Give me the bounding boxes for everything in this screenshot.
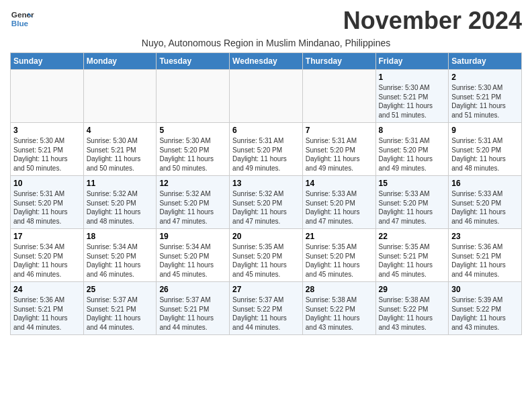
day-number: 22 (379, 232, 446, 241)
day-number: 7 (306, 126, 373, 135)
day-number: 10 (13, 179, 81, 188)
day-info: Sunrise: 5:33 AM Sunset: 5:20 PM Dayligh… (451, 189, 519, 226)
day-number: 14 (306, 179, 373, 188)
day-info: Sunrise: 5:32 AM Sunset: 5:20 PM Dayligh… (232, 189, 300, 226)
day-number: 19 (159, 232, 226, 241)
calendar-day-cell (157, 70, 230, 123)
day-number: 29 (379, 285, 446, 294)
day-info: Sunrise: 5:30 AM Sunset: 5:20 PM Dayligh… (159, 136, 226, 173)
calendar-day-cell: 20Sunrise: 5:35 AM Sunset: 5:20 PM Dayli… (230, 229, 303, 282)
day-number: 1 (379, 73, 446, 82)
day-number: 9 (451, 126, 519, 135)
calendar-day-cell: 19Sunrise: 5:34 AM Sunset: 5:20 PM Dayli… (157, 229, 230, 282)
svg-text:Blue: Blue (11, 19, 29, 28)
day-info: Sunrise: 5:31 AM Sunset: 5:20 PM Dayligh… (232, 136, 300, 173)
weekday-header: Sunday (11, 53, 84, 70)
day-info: Sunrise: 5:36 AM Sunset: 5:21 PM Dayligh… (13, 295, 81, 332)
calendar-day-cell: 9Sunrise: 5:31 AM Sunset: 5:20 PM Daylig… (449, 123, 522, 176)
calendar-day-cell (302, 70, 375, 123)
calendar-day-cell: 6Sunrise: 5:31 AM Sunset: 5:20 PM Daylig… (230, 123, 303, 176)
day-number: 16 (451, 179, 519, 188)
calendar-day-cell: 27Sunrise: 5:37 AM Sunset: 5:22 PM Dayli… (230, 282, 303, 335)
day-number: 27 (232, 285, 300, 294)
calendar-day-cell (230, 70, 303, 123)
calendar-day-cell: 7Sunrise: 5:31 AM Sunset: 5:20 PM Daylig… (302, 123, 375, 176)
weekday-header: Saturday (449, 53, 522, 70)
day-info: Sunrise: 5:37 AM Sunset: 5:21 PM Dayligh… (87, 295, 154, 332)
day-number: 23 (451, 232, 519, 241)
day-number: 28 (306, 285, 373, 294)
calendar-day-cell: 14Sunrise: 5:33 AM Sunset: 5:20 PM Dayli… (302, 176, 375, 229)
day-number: 17 (13, 232, 81, 241)
day-number: 26 (159, 285, 226, 294)
day-info: Sunrise: 5:38 AM Sunset: 5:22 PM Dayligh… (306, 295, 373, 332)
weekday-header: Tuesday (157, 53, 230, 70)
day-info: Sunrise: 5:38 AM Sunset: 5:22 PM Dayligh… (379, 295, 446, 332)
calendar-day-cell: 24Sunrise: 5:36 AM Sunset: 5:21 PM Dayli… (11, 282, 84, 335)
day-info: Sunrise: 5:32 AM Sunset: 5:20 PM Dayligh… (159, 189, 226, 226)
day-info: Sunrise: 5:39 AM Sunset: 5:22 PM Dayligh… (451, 295, 519, 332)
calendar-week-row: 10Sunrise: 5:31 AM Sunset: 5:20 PM Dayli… (11, 176, 522, 229)
day-info: Sunrise: 5:31 AM Sunset: 5:20 PM Dayligh… (451, 136, 519, 173)
calendar-day-cell: 4Sunrise: 5:30 AM Sunset: 5:21 PM Daylig… (83, 123, 157, 176)
calendar-week-row: 24Sunrise: 5:36 AM Sunset: 5:21 PM Dayli… (11, 282, 522, 335)
day-number: 5 (159, 126, 226, 135)
day-info: Sunrise: 5:35 AM Sunset: 5:21 PM Dayligh… (379, 242, 446, 279)
calendar-day-cell: 1Sunrise: 5:30 AM Sunset: 5:21 PM Daylig… (375, 70, 449, 123)
calendar-day-cell: 15Sunrise: 5:33 AM Sunset: 5:20 PM Dayli… (375, 176, 449, 229)
calendar-day-cell: 21Sunrise: 5:35 AM Sunset: 5:20 PM Dayli… (302, 229, 375, 282)
day-info: Sunrise: 5:30 AM Sunset: 5:21 PM Dayligh… (379, 83, 446, 120)
weekday-header: Monday (83, 53, 157, 70)
calendar-day-cell: 22Sunrise: 5:35 AM Sunset: 5:21 PM Dayli… (375, 229, 449, 282)
calendar-day-cell: 18Sunrise: 5:34 AM Sunset: 5:20 PM Dayli… (83, 229, 157, 282)
calendar-week-row: 1Sunrise: 5:30 AM Sunset: 5:21 PM Daylig… (11, 70, 522, 123)
calendar-table: SundayMondayTuesdayWednesdayThursdayFrid… (10, 52, 522, 335)
calendar-day-cell: 11Sunrise: 5:32 AM Sunset: 5:20 PM Dayli… (83, 176, 157, 229)
day-info: Sunrise: 5:37 AM Sunset: 5:21 PM Dayligh… (159, 295, 226, 332)
page-header: General Blue November 2024 (10, 7, 522, 35)
page-subtitle: Nuyo, Autonomous Region in Muslim Mindan… (10, 38, 522, 48)
calendar-day-cell (83, 70, 157, 123)
day-number: 4 (87, 126, 154, 135)
calendar-day-cell: 25Sunrise: 5:37 AM Sunset: 5:21 PM Dayli… (83, 282, 157, 335)
day-number: 21 (306, 232, 373, 241)
weekday-header: Wednesday (230, 53, 303, 70)
calendar-day-cell: 3Sunrise: 5:30 AM Sunset: 5:21 PM Daylig… (11, 123, 84, 176)
day-number: 18 (87, 232, 154, 241)
day-number: 24 (13, 285, 81, 294)
day-number: 6 (232, 126, 300, 135)
day-info: Sunrise: 5:31 AM Sunset: 5:20 PM Dayligh… (306, 136, 373, 173)
calendar-day-cell: 13Sunrise: 5:32 AM Sunset: 5:20 PM Dayli… (230, 176, 303, 229)
day-number: 20 (232, 232, 300, 241)
day-info: Sunrise: 5:33 AM Sunset: 5:20 PM Dayligh… (306, 189, 373, 226)
day-number: 12 (159, 179, 226, 188)
calendar-day-cell: 5Sunrise: 5:30 AM Sunset: 5:20 PM Daylig… (157, 123, 230, 176)
day-info: Sunrise: 5:30 AM Sunset: 5:21 PM Dayligh… (87, 136, 154, 173)
month-title: November 2024 (343, 7, 522, 35)
day-number: 25 (87, 285, 154, 294)
logo: General Blue (10, 7, 34, 31)
calendar-day-cell: 23Sunrise: 5:36 AM Sunset: 5:21 PM Dayli… (449, 229, 522, 282)
day-info: Sunrise: 5:37 AM Sunset: 5:22 PM Dayligh… (232, 295, 300, 332)
day-number: 13 (232, 179, 300, 188)
logo-icon: General Blue (10, 7, 34, 31)
day-info: Sunrise: 5:31 AM Sunset: 5:20 PM Dayligh… (13, 189, 81, 226)
calendar-day-cell: 28Sunrise: 5:38 AM Sunset: 5:22 PM Dayli… (302, 282, 375, 335)
calendar-header: SundayMondayTuesdayWednesdayThursdayFrid… (11, 53, 522, 70)
weekday-header: Thursday (302, 53, 375, 70)
day-info: Sunrise: 5:30 AM Sunset: 5:21 PM Dayligh… (13, 136, 81, 173)
calendar-day-cell: 8Sunrise: 5:31 AM Sunset: 5:20 PM Daylig… (375, 123, 449, 176)
calendar-week-row: 3Sunrise: 5:30 AM Sunset: 5:21 PM Daylig… (11, 123, 522, 176)
calendar-day-cell: 12Sunrise: 5:32 AM Sunset: 5:20 PM Dayli… (157, 176, 230, 229)
calendar-day-cell: 17Sunrise: 5:34 AM Sunset: 5:20 PM Dayli… (11, 229, 84, 282)
day-info: Sunrise: 5:30 AM Sunset: 5:21 PM Dayligh… (451, 83, 519, 120)
day-number: 15 (379, 179, 446, 188)
day-info: Sunrise: 5:32 AM Sunset: 5:20 PM Dayligh… (87, 189, 154, 226)
calendar-day-cell: 10Sunrise: 5:31 AM Sunset: 5:20 PM Dayli… (11, 176, 84, 229)
day-number: 3 (13, 126, 81, 135)
day-number: 11 (87, 179, 154, 188)
day-number: 2 (451, 73, 519, 82)
day-info: Sunrise: 5:34 AM Sunset: 5:20 PM Dayligh… (159, 242, 226, 279)
weekday-header: Friday (375, 53, 449, 70)
calendar-day-cell: 29Sunrise: 5:38 AM Sunset: 5:22 PM Dayli… (375, 282, 449, 335)
